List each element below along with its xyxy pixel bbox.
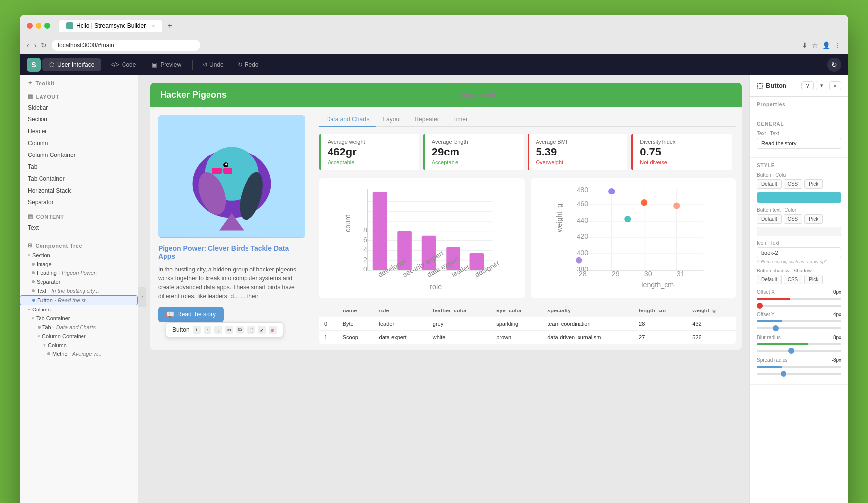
toolbar-tab-preview[interactable]: ▣ Preview <box>145 58 188 71</box>
tree-column[interactable]: ▾ Column <box>20 305 138 314</box>
close-traffic-light[interactable] <box>27 23 33 29</box>
offset-y-slider[interactable] <box>757 327 841 329</box>
tree-icon: ⊞ <box>28 242 33 249</box>
toolbar-tab-code[interactable]: </> Code <box>103 58 143 71</box>
svg-text:8: 8 <box>363 226 367 234</box>
svg-text:31: 31 <box>676 270 684 278</box>
sidebar-item-column-container[interactable]: Column Container <box>20 149 138 161</box>
tree-separator[interactable]: Separator <box>20 277 138 286</box>
table-header-weight[interactable]: weight_g <box>687 304 736 317</box>
profile-icon[interactable]: 👤 <box>822 41 830 49</box>
text-prop-input[interactable] <box>757 138 841 149</box>
tree-image[interactable]: Image <box>20 260 138 269</box>
maximize-traffic-light[interactable] <box>44 23 50 29</box>
sidebar-item-tab[interactable]: Tab <box>20 161 138 173</box>
tree-tab[interactable]: Tab · Data and Charts <box>20 323 138 332</box>
component-tree-section: ⊞ Component Tree ▾ Section Image Heading… <box>20 233 138 362</box>
tab-close-icon[interactable]: × <box>152 23 155 29</box>
tooltip-wrap-icon[interactable]: ⬚ <box>247 326 255 334</box>
forward-button[interactable]: › <box>34 41 37 49</box>
right-panel: ⬚ Button ? ▾ × Properties GENERAL Text ·… <box>749 75 848 503</box>
btn-text-css[interactable]: CSS <box>784 214 803 224</box>
sidebar-item-text[interactable]: Text <box>20 222 138 233</box>
refresh-button[interactable]: ↻ <box>827 58 841 72</box>
tree-metric-sub: · Average w... <box>69 351 102 357</box>
shadow-default[interactable]: Default <box>757 275 782 284</box>
reload-button[interactable]: ↻ <box>41 41 47 49</box>
stat-status-weight: Acceptable <box>328 159 413 165</box>
tooltip-down-icon[interactable]: ↓ <box>214 326 222 334</box>
browser-tab[interactable]: Hello | Streamsync Builder × <box>59 20 162 32</box>
article-image <box>158 115 305 238</box>
bookmark-icon[interactable]: ☆ <box>812 41 818 49</box>
pigeon-svg <box>158 115 305 237</box>
tab-layout[interactable]: Layout <box>376 113 408 127</box>
btn-color-css[interactable]: CSS <box>784 179 803 189</box>
shadow-css[interactable]: CSS <box>784 275 803 284</box>
tree-text[interactable]: Text · In the bustling city... <box>20 286 138 295</box>
sidebar-item-tab-container[interactable]: Tab Container <box>20 173 138 185</box>
toolbar-tab-ui[interactable]: ⬡ User Interface <box>42 58 101 71</box>
tab-data-charts[interactable]: Data and Charts <box>319 113 376 127</box>
sidebar-item-header[interactable]: Header <box>20 125 138 137</box>
svg-text:480: 480 <box>577 186 588 193</box>
tooltip-up-icon[interactable]: ↑ <box>204 326 211 334</box>
table-header-name[interactable]: name <box>338 304 374 317</box>
btn-text-pick[interactable]: Pick <box>804 214 823 224</box>
button-shadow-label: Button shadow · Shadow <box>757 268 841 273</box>
spread-container: Spread radius -8px <box>757 356 841 379</box>
tab-timer[interactable]: Timer <box>446 113 475 127</box>
table-header-feather[interactable]: feather_color <box>428 304 492 317</box>
sidebar-item-separator[interactable]: Separator <box>20 196 138 208</box>
menu-icon[interactable]: ⋮ <box>834 41 841 49</box>
canvas-collapse-button[interactable]: ‹ <box>138 287 146 307</box>
tooltip-copy-icon[interactable]: ⧉ <box>236 326 244 334</box>
button-panel-icon: ⬚ <box>757 82 763 89</box>
tree-metric[interactable]: Metric · Average w... <box>20 349 138 358</box>
tooltip-add-icon[interactable]: + <box>193 326 201 334</box>
spread-slider[interactable] <box>757 373 841 375</box>
rp-close-button[interactable]: × <box>829 81 841 90</box>
tree-column-inner[interactable]: ▾ Column <box>20 341 138 349</box>
back-button[interactable]: ‹ <box>27 41 29 49</box>
minimize-traffic-light[interactable] <box>36 23 41 29</box>
read-story-button[interactable]: 📖 Read the story <box>158 307 224 322</box>
tooltip-delete-icon[interactable]: 🗑 <box>269 326 277 334</box>
sidebar-item-section[interactable]: Section <box>20 114 138 125</box>
tab-repeater[interactable]: Repeater <box>408 113 446 127</box>
app-logo: S <box>27 58 41 72</box>
table-header-role[interactable]: role <box>374 304 428 317</box>
table-header-specialty[interactable]: specialty <box>542 304 634 317</box>
undo-button[interactable]: ↺ Undo <box>197 59 230 71</box>
sidebar-item-hstack[interactable]: Horizontal Stack <box>20 185 138 196</box>
btn-color-pick[interactable]: Pick <box>804 179 823 189</box>
rp-help-button[interactable]: ? <box>801 81 813 90</box>
tooltip-expand-icon[interactable]: ⤢ <box>258 326 266 334</box>
tree-tab-container[interactable]: ▾ Tab Container <box>20 314 138 323</box>
browser-titlebar: Hello | Streamsync Builder × + <box>20 15 848 37</box>
table-header-length[interactable]: length_cm <box>634 304 687 317</box>
shadow-pick[interactable]: Pick <box>804 275 823 284</box>
sidebar-item-column[interactable]: Column <box>20 137 138 149</box>
tree-heading[interactable]: Heading · Pigeon Power: <box>20 269 138 277</box>
article-title[interactable]: Pigeon Power: Clever Birds Tackle Data A… <box>158 244 305 260</box>
tree-column-container[interactable]: ▾ Column Container <box>20 332 138 341</box>
tree-dot <box>32 289 35 292</box>
tree-button[interactable]: Button · Read the st... <box>20 295 138 305</box>
offset-x-slider[interactable] <box>757 305 841 307</box>
tree-section-root[interactable]: ▾ Section <box>20 251 138 260</box>
icon-prop-input[interactable] <box>757 247 841 258</box>
address-bar[interactable] <box>52 40 200 51</box>
tooltip-cut-icon[interactable]: ✂ <box>225 326 233 334</box>
traffic-lights <box>27 23 50 29</box>
sidebar-item-sidebar[interactable]: Sidebar <box>20 102 138 114</box>
new-tab-button[interactable]: + <box>168 21 172 30</box>
color-swatch-teal[interactable] <box>757 192 841 203</box>
blur-slider[interactable] <box>757 350 841 352</box>
color-swatch-white[interactable] <box>757 227 841 236</box>
btn-color-default[interactable]: Default <box>757 179 782 189</box>
btn-text-default[interactable]: Default <box>757 214 782 224</box>
redo-button[interactable]: ↻ Redo <box>232 59 265 71</box>
rp-more-button[interactable]: ▾ <box>816 81 827 90</box>
table-header-eye[interactable]: eye_color <box>492 304 542 317</box>
